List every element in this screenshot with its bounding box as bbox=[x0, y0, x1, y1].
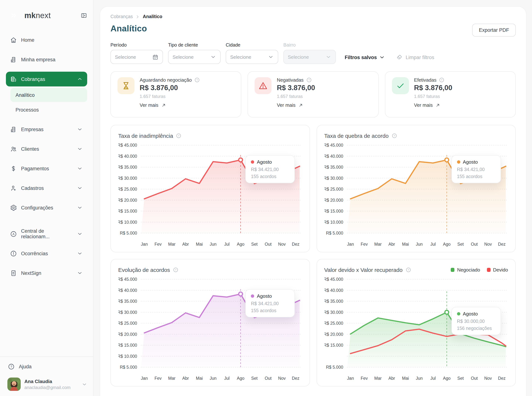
help-icon[interactable]: ? bbox=[176, 133, 181, 138]
svg-text:Set: Set bbox=[251, 242, 258, 247]
sidebar-item-label: Clientes bbox=[21, 146, 39, 152]
breadcrumb-parent[interactable]: Cobranças bbox=[111, 14, 133, 19]
kpi-icon-box bbox=[117, 77, 134, 94]
help-icon[interactable]: ? bbox=[173, 267, 178, 273]
kpi-value: R$ 3.876,00 bbox=[414, 84, 452, 92]
filter-select[interactable]: Selecione bbox=[168, 50, 221, 64]
help-icon[interactable]: ? bbox=[405, 267, 411, 273]
filter-select[interactable]: Selecione bbox=[226, 50, 278, 64]
sidebar-subitem[interactable]: Processos bbox=[10, 103, 87, 117]
chart-title: Evolução de acordos bbox=[118, 267, 170, 273]
tooltip-month: Agosto bbox=[463, 159, 478, 165]
svg-text:Mar: Mar bbox=[374, 376, 381, 381]
kpi-row: Aguardando negociação ? R$ 3.876,00 1.65… bbox=[111, 71, 516, 117]
svg-text:?: ? bbox=[441, 79, 442, 82]
avatar bbox=[7, 378, 21, 391]
kpi-see-more-link[interactable]: Ver mais bbox=[414, 102, 452, 108]
building-icon bbox=[10, 126, 17, 133]
svg-text:Mai: Mai bbox=[402, 242, 409, 247]
content-panel: Cobranças Analítico Analítico Exportar P… bbox=[100, 6, 526, 396]
kpi-subtext: 1.657 faturas bbox=[277, 94, 315, 99]
chevron-down-icon bbox=[76, 230, 83, 238]
chevron-down-icon bbox=[326, 54, 331, 60]
kpi-see-more-link[interactable]: Ver mais bbox=[140, 102, 200, 108]
svg-text:Abr: Abr bbox=[182, 242, 189, 247]
chart-card-2: Evolução de acordos ? R$ 45.000R$ 40.000… bbox=[111, 259, 310, 386]
filter-placeholder: Selecione bbox=[173, 54, 193, 60]
chart-title: Taxa de quebra de acordo bbox=[324, 132, 389, 139]
svg-text:R$ 5.000: R$ 5.000 bbox=[326, 231, 343, 235]
svg-text:Mai: Mai bbox=[196, 242, 203, 247]
relationship-icon: A bbox=[10, 230, 17, 238]
sidebar-item-4[interactable]: Clientes bbox=[6, 141, 87, 156]
sidebar-item-2[interactable]: Cobranças bbox=[6, 72, 87, 87]
sidebar-collapse-icon[interactable] bbox=[81, 12, 87, 19]
legend-label: Negociado bbox=[457, 267, 480, 273]
svg-text:R$ 45.000: R$ 45.000 bbox=[118, 143, 137, 148]
sidebar-subitem[interactable]: Analítico bbox=[10, 88, 87, 102]
svg-text:R$ 30.000: R$ 30.000 bbox=[324, 176, 343, 181]
legend-label: Devido bbox=[493, 267, 508, 273]
tooltip-sub: 155 acordos bbox=[457, 174, 495, 179]
user-profile[interactable]: Ana Claudia anaclaudia@gmail.com bbox=[7, 378, 87, 391]
help-label: Ajuda bbox=[19, 364, 32, 369]
sidebar-item-10[interactable]: NextSign bbox=[6, 266, 87, 280]
svg-text:R$ 25.000: R$ 25.000 bbox=[118, 187, 137, 192]
tooltip-sub: 155 acordos bbox=[251, 308, 289, 313]
help-icon[interactable]: ? bbox=[194, 77, 200, 83]
user-name: Ana Claudia bbox=[24, 379, 70, 384]
svg-text:Abr: Abr bbox=[388, 242, 395, 247]
svg-text:Fev: Fev bbox=[360, 242, 368, 247]
sidebar-item-6[interactable]: Cadastros bbox=[6, 181, 87, 195]
chart-tooltip: Agosto R$ 30.000,00 156 negociações bbox=[451, 307, 501, 335]
svg-text:R$ 20.000: R$ 20.000 bbox=[324, 198, 343, 203]
saved-filters-button[interactable]: Filtros salvos bbox=[345, 54, 385, 60]
logo-row: mknext bbox=[0, 9, 93, 22]
svg-text:Mar: Mar bbox=[168, 376, 175, 381]
svg-text:R$ 25.000: R$ 25.000 bbox=[118, 321, 137, 326]
chart-tooltip: Agosto R$ 34.421,00 155 acordos bbox=[246, 155, 295, 183]
chart-card-0: Taxa de inadimplência ? R$ 45.000R$ 40.0… bbox=[111, 125, 310, 252]
sidebar-item-9[interactable]: Ocorrências bbox=[6, 246, 87, 261]
filter-select[interactable]: Selecione bbox=[111, 50, 163, 64]
sidebar-item-1[interactable]: Minha empresa bbox=[6, 52, 87, 67]
svg-text:Set: Set bbox=[251, 376, 258, 381]
help-icon[interactable]: ? bbox=[439, 77, 445, 83]
sidebar-item-0[interactable]: Home bbox=[6, 33, 87, 47]
sidebar-item-8[interactable]: ACentral de relacionam... bbox=[6, 227, 87, 241]
svg-text:Ago: Ago bbox=[443, 376, 450, 381]
kpi-see-more-link[interactable]: Ver mais bbox=[277, 102, 315, 108]
chevron-down-icon bbox=[76, 204, 83, 211]
svg-text:R$ 30.000: R$ 30.000 bbox=[118, 310, 137, 315]
help-icon[interactable]: ? bbox=[392, 133, 397, 138]
chevron-down-icon bbox=[76, 126, 83, 133]
help-icon[interactable]: ? bbox=[306, 77, 312, 83]
chart-head: Valor devido x Valor recuperado ? Negoci… bbox=[324, 265, 508, 274]
sidebar-item-5[interactable]: Pagamentos bbox=[6, 161, 87, 176]
sidebar-item-3[interactable]: Empresas bbox=[6, 122, 87, 137]
filter-field-1: Tipo de cliente Selecione bbox=[168, 42, 221, 64]
see-more-label: Ver mais bbox=[140, 102, 158, 108]
kpi-card-0: Aguardando negociação ? R$ 3.876,00 1.65… bbox=[111, 71, 241, 117]
filters-bar: Período SelecioneTipo de cliente Selecio… bbox=[111, 42, 516, 64]
breadcrumb-current: Analítico bbox=[143, 14, 162, 19]
svg-text:R$ 10.000: R$ 10.000 bbox=[118, 220, 137, 225]
svg-text:R$ 15.000: R$ 15.000 bbox=[118, 209, 137, 214]
export-pdf-button[interactable]: Exportar PDF bbox=[472, 24, 516, 37]
arrow-up-right-icon bbox=[161, 103, 166, 108]
clear-filters-button[interactable]: Limpar filtros bbox=[396, 54, 434, 61]
chart-body: R$ 45.000R$ 40.000R$ 35.000R$ 30.000R$ 2… bbox=[118, 274, 302, 386]
tooltip-sub: 156 negociações bbox=[457, 326, 495, 331]
charts-grid: Taxa de inadimplência ? R$ 45.000R$ 40.0… bbox=[111, 125, 516, 386]
svg-text:Jun: Jun bbox=[210, 242, 216, 247]
sidebar-item-help[interactable]: ? Ajuda bbox=[7, 363, 87, 370]
main-area: Cobranças Analítico Analítico Exportar P… bbox=[94, 0, 532, 396]
svg-text:Dez: Dez bbox=[292, 376, 299, 381]
sidebar-nav: Home Minha empresa Cobranças Analítico P… bbox=[0, 33, 93, 285]
tooltip-month: Agosto bbox=[257, 293, 272, 299]
sidebar-item-7[interactable]: Configurações bbox=[6, 200, 87, 215]
sidebar-item-label: Home bbox=[21, 37, 34, 43]
sidebar-item-label: Minha empresa bbox=[21, 57, 55, 62]
svg-text:Set: Set bbox=[457, 376, 464, 381]
chevron-down-icon bbox=[268, 54, 274, 60]
